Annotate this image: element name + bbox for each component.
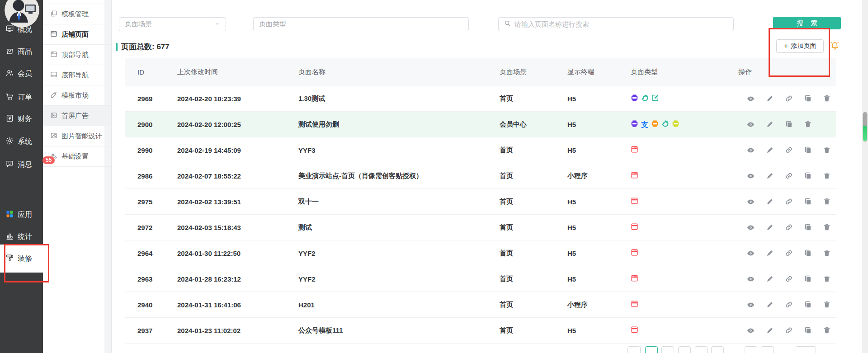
submenu-item-template-market[interactable]: 模板市场 bbox=[43, 85, 111, 106]
page-type-select-value: 页面类型 bbox=[259, 20, 286, 28]
page-scrollbar-thumb[interactable] bbox=[863, 112, 867, 141]
sidebar-item-finance[interactable]: 财务 bbox=[0, 110, 43, 128]
cell-scene: 首页 bbox=[500, 223, 567, 232]
cell-page-types bbox=[631, 223, 738, 232]
edit-action-icon[interactable] bbox=[766, 249, 774, 257]
copy-action-icon[interactable] bbox=[804, 198, 812, 206]
link-action-icon[interactable] bbox=[785, 172, 793, 180]
chevron-down-icon bbox=[214, 20, 220, 28]
edit-action-icon[interactable] bbox=[766, 172, 774, 180]
delete-action-icon[interactable] bbox=[823, 198, 831, 206]
view-action-icon[interactable] bbox=[746, 223, 755, 232]
cell-scene: 首页 bbox=[500, 94, 567, 103]
submenu-item-smart-design[interactable]: 图片智能设计 bbox=[43, 126, 111, 146]
link-action-icon[interactable] bbox=[785, 146, 793, 154]
copy-action-icon[interactable] bbox=[804, 94, 812, 103]
table-row: 29862024-02-07 18:55:22美业演示站点-首页（肖像需创客贴授… bbox=[125, 163, 836, 189]
page-search-input[interactable] bbox=[514, 20, 728, 28]
delete-action-icon[interactable] bbox=[823, 146, 831, 154]
delete-action-icon[interactable] bbox=[804, 120, 812, 128]
copy-action-icon[interactable] bbox=[804, 146, 812, 154]
copy-action-icon[interactable] bbox=[804, 301, 812, 309]
view-action-icon[interactable] bbox=[746, 301, 755, 309]
copy-action-icon[interactable] bbox=[804, 275, 812, 283]
add-page-button[interactable]: + 添加页面 bbox=[776, 39, 824, 53]
pagination-page[interactable] bbox=[695, 346, 708, 353]
link-action-icon[interactable] bbox=[785, 301, 793, 309]
submenu-item-top-nav[interactable]: 顶部导航 bbox=[43, 45, 111, 65]
cell-page-types bbox=[631, 146, 738, 155]
printer-purple-icon bbox=[631, 94, 638, 103]
edit-action-icon[interactable] bbox=[766, 198, 774, 206]
delete-action-icon[interactable] bbox=[823, 275, 831, 283]
submenu-item-bottom-nav[interactable]: 底部导航 bbox=[43, 65, 111, 85]
view-action-icon[interactable] bbox=[746, 146, 755, 155]
edit-action-icon[interactable] bbox=[766, 301, 774, 309]
view-action-icon[interactable] bbox=[746, 172, 755, 180]
link-action-icon[interactable] bbox=[785, 249, 793, 257]
view-action-icon[interactable] bbox=[746, 326, 755, 335]
sidebar-item-goods[interactable]: 商品 bbox=[0, 42, 43, 61]
sidebar-item-decorate[interactable]: 装修 bbox=[0, 245, 43, 273]
notification-bell-icon[interactable] bbox=[830, 41, 840, 52]
delete-action-icon[interactable] bbox=[823, 249, 831, 257]
sidebar-item-message[interactable]: 消息55 bbox=[0, 155, 43, 174]
view-action-icon[interactable] bbox=[746, 275, 755, 283]
cell-modified: 2024-02-19 14:45:09 bbox=[177, 146, 298, 154]
pagination-page[interactable] bbox=[711, 346, 724, 353]
page-scene-select[interactable]: 页面场景 bbox=[119, 17, 226, 31]
delete-action-icon[interactable] bbox=[823, 326, 831, 334]
submenu-item-template-manage[interactable]: 模板管理 bbox=[43, 4, 111, 24]
search-button[interactable]: 搜 索 bbox=[773, 17, 841, 29]
pagination-page-active[interactable] bbox=[645, 346, 658, 353]
cell-actions bbox=[738, 249, 836, 258]
submenu-item-base-settings[interactable]: 基础设置 bbox=[43, 146, 111, 167]
delete-action-icon[interactable] bbox=[823, 301, 831, 309]
edit-action-icon[interactable] bbox=[766, 275, 774, 283]
pagination-page[interactable] bbox=[796, 346, 816, 353]
link-action-icon[interactable] bbox=[785, 94, 793, 103]
sidebar-item-orders[interactable]: 订单 bbox=[0, 88, 43, 106]
cell-scene: 首页 bbox=[500, 172, 567, 180]
table-row: 29722024-02-03 15:18:43测试首页H5 bbox=[125, 215, 836, 240]
pagination-page[interactable] bbox=[661, 346, 674, 353]
sidebar-item-system[interactable]: 系统 bbox=[0, 132, 43, 151]
copy-action-icon[interactable] bbox=[804, 249, 812, 257]
pagination-page[interactable] bbox=[627, 346, 641, 353]
edit-action-icon[interactable] bbox=[766, 146, 774, 154]
pagination-page[interactable] bbox=[678, 346, 691, 353]
link-action-icon[interactable] bbox=[785, 223, 793, 231]
sidebar-item-overview[interactable]: 概况 bbox=[0, 20, 43, 38]
view-action-icon[interactable] bbox=[746, 94, 755, 103]
link-action-icon[interactable] bbox=[785, 326, 793, 334]
submenu-item-splash-ad[interactable]: 首屏广告 bbox=[43, 106, 111, 126]
cycle-green-icon bbox=[661, 120, 669, 129]
edit-action-icon[interactable] bbox=[766, 223, 774, 231]
submenu-item-shop-page[interactable]: 店铺页面 bbox=[43, 24, 111, 45]
edit-action-icon[interactable] bbox=[766, 326, 774, 334]
sidebar-item-stats[interactable]: 统计 bbox=[0, 228, 43, 246]
edit-action-icon[interactable] bbox=[766, 94, 774, 103]
edit-action-icon[interactable] bbox=[766, 120, 774, 128]
cell-name: 1.30测试 bbox=[298, 94, 500, 103]
delete-action-icon[interactable] bbox=[823, 172, 831, 180]
copy-action-icon[interactable] bbox=[804, 326, 812, 334]
delete-action-icon[interactable] bbox=[823, 223, 831, 231]
sidebar-item-members[interactable]: 会员 bbox=[0, 65, 43, 83]
cell-id: 2940 bbox=[137, 301, 177, 309]
page-type-select[interactable]: 页面类型 bbox=[253, 17, 469, 31]
delete-action-icon[interactable] bbox=[823, 94, 831, 103]
copy-action-icon[interactable] bbox=[804, 172, 812, 180]
summary-accent-bar bbox=[116, 43, 118, 51]
link-action-icon[interactable] bbox=[785, 198, 793, 206]
copy-action-icon[interactable] bbox=[804, 223, 812, 231]
view-action-icon[interactable] bbox=[746, 249, 755, 258]
copy-action-icon[interactable] bbox=[785, 120, 793, 128]
sidebar-item-apps[interactable]: 应用 bbox=[0, 206, 43, 224]
pagination-page[interactable] bbox=[761, 346, 774, 353]
view-action-icon[interactable] bbox=[746, 120, 755, 129]
link-action-icon[interactable] bbox=[785, 275, 793, 283]
page-scrollbar-track[interactable] bbox=[862, 0, 868, 353]
view-action-icon[interactable] bbox=[746, 198, 755, 206]
pagination-page[interactable] bbox=[745, 346, 757, 353]
